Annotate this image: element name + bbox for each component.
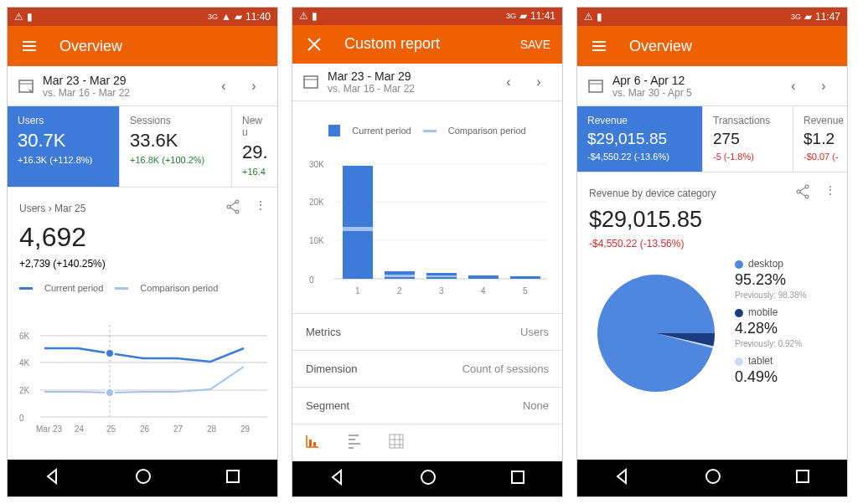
svg-point-56: [706, 470, 720, 483]
tab-revenue-per[interactable]: Revenue $1.2 -$0.07 (-: [793, 106, 848, 172]
bar-chart: 010K20K30K 12345: [309, 153, 545, 313]
recent-button[interactable]: [510, 470, 525, 488]
date-prev-button[interactable]: ‹: [499, 72, 519, 92]
breadcrumb: Users › Mar 25: [19, 203, 85, 214]
svg-rect-23: [227, 471, 239, 482]
more-icon[interactable]: ⋮: [256, 199, 266, 217]
date-prev-button[interactable]: ‹: [214, 76, 234, 96]
status-bar: ⚠▮ 3G▲▰11:40: [8, 8, 277, 26]
svg-point-53: [797, 190, 800, 193]
date-next-button[interactable]: ›: [814, 76, 834, 96]
svg-text:30K: 30K: [309, 160, 324, 169]
date-range: Apr 6 - Apr 12 vs. Mar 30 - Apr 5: [612, 74, 783, 99]
date-next-button[interactable]: ›: [244, 76, 264, 96]
date-prev-button[interactable]: ‹: [783, 76, 803, 96]
calendar-icon: [302, 74, 319, 90]
svg-rect-33: [343, 166, 373, 279]
table-icon[interactable]: [388, 433, 405, 453]
share-icon[interactable]: [225, 199, 240, 217]
svg-rect-38: [426, 275, 457, 277]
app-bar: Custom report SAVE: [292, 25, 562, 64]
svg-text:27: 27: [173, 424, 183, 434]
hamburger-icon[interactable]: [19, 36, 39, 56]
metric-tabs: Users 30.7K +16.3K (+112.8%) Sessions 33…: [8, 106, 277, 188]
pie-chart: [589, 258, 723, 392]
more-icon[interactable]: ⋮: [825, 184, 835, 202]
date-range: Mar 23 - Mar 29 vs. Mar 16 - Mar 22: [43, 74, 214, 99]
recent-button[interactable]: [795, 469, 810, 487]
metric-tabs: Revenue $29,015.85 -$4,550.22 (-13.6%) T…: [577, 106, 847, 172]
svg-rect-46: [309, 440, 312, 446]
line-chart: 02K4K6K Mar 23242526272829: [8, 308, 277, 450]
svg-point-49: [421, 471, 435, 484]
svg-text:24: 24: [75, 424, 85, 434]
legend-swatch-compare: [115, 287, 128, 290]
date-range-bar[interactable]: Apr 6 - Apr 12 vs. Mar 30 - Apr 5 ‹ ›: [577, 66, 847, 106]
tab-new-users[interactable]: New u 29. +16.4: [232, 106, 278, 187]
page-title: Overview: [59, 38, 122, 55]
svg-text:Mar 23: Mar 23: [36, 424, 63, 434]
tab-sessions[interactable]: Sessions 33.6K +16.8K (+100.2%): [120, 106, 232, 187]
status-bar: ⚠▮ 3G▰11:47: [577, 8, 847, 26]
home-button[interactable]: [419, 468, 437, 490]
tab-revenue[interactable]: Revenue $29,015.85 -$4,550.22 (-13.6%): [577, 106, 703, 172]
date-range-bar[interactable]: Mar 23 - Mar 29 vs. Mar 16 - Mar 22 ‹ ›: [292, 64, 562, 102]
horizontal-bar-icon[interactable]: [346, 433, 363, 453]
screen-overview-users: ⚠▮ 3G▲▰11:40 Overview Mar 23 - Mar 29 vs…: [7, 7, 278, 497]
svg-point-54: [805, 195, 809, 198]
signal-3g-icon: 3G: [208, 13, 218, 21]
svg-text:5: 5: [523, 286, 528, 296]
detail-section: Revenue by device category ⋮ $29,015.85 …: [577, 172, 847, 258]
back-button[interactable]: [329, 469, 346, 489]
svg-text:4: 4: [481, 286, 486, 296]
svg-point-14: [106, 388, 114, 397]
clock: 11:47: [815, 11, 840, 23]
date-range-bar[interactable]: Mar 23 - Mar 29 vs. Mar 16 - Mar 22 ‹ ›: [8, 66, 277, 106]
share-icon[interactable]: [795, 184, 810, 202]
battery-icon: ▰: [235, 11, 242, 23]
calendar-icon: [18, 78, 34, 95]
bar-chart-icon[interactable]: [304, 433, 321, 453]
svg-rect-47: [313, 442, 316, 446]
chart-legend: Current period Comparison period: [292, 115, 562, 136]
pie-chart-section: desktop 95.23% Previously: 98.38% mobile…: [577, 258, 847, 404]
date-next-button[interactable]: ›: [529, 72, 549, 92]
svg-text:4K: 4K: [19, 358, 30, 368]
battery-icon: ▰: [804, 11, 812, 23]
svg-text:0: 0: [309, 275, 314, 285]
row-metrics[interactable]: MetricsUsers: [292, 314, 562, 351]
android-navbar: [577, 460, 847, 496]
svg-rect-39: [468, 275, 499, 279]
row-dimension[interactable]: DimensionCount of sessions: [292, 351, 562, 388]
svg-text:2: 2: [397, 286, 402, 296]
close-icon[interactable]: [304, 34, 324, 54]
tab-users[interactable]: Users 30.7K +16.3K (+112.8%): [8, 106, 120, 187]
recent-button[interactable]: [225, 469, 240, 487]
svg-text:29: 29: [240, 424, 251, 434]
page-title: Overview: [629, 38, 692, 55]
svg-point-2: [227, 205, 230, 208]
row-segment[interactable]: SegmentNone: [292, 388, 562, 424]
home-button[interactable]: [704, 467, 722, 489]
svg-point-52: [805, 185, 809, 188]
clock: 11:40: [245, 11, 271, 23]
svg-text:26: 26: [140, 424, 150, 434]
signal-3g-icon: 3G: [506, 12, 516, 20]
svg-point-22: [137, 470, 150, 483]
detail-value: 4,692: [19, 222, 266, 253]
svg-rect-50: [512, 471, 524, 483]
svg-point-3: [235, 210, 239, 213]
legend-swatch-current: [19, 287, 33, 290]
home-button[interactable]: [134, 467, 152, 489]
back-button[interactable]: [614, 468, 631, 488]
svg-rect-24: [304, 76, 318, 88]
detail-section: Users › Mar 25 ⋮ 4,692 +2,739 (+140.25%)…: [8, 188, 277, 301]
hamburger-icon[interactable]: [589, 36, 609, 56]
tab-transactions[interactable]: Transactions 275 -5 (-1.8%): [703, 106, 793, 172]
sim-icon: ▮: [312, 10, 318, 22]
app-bar: Overview: [577, 26, 847, 66]
view-toggle: [292, 424, 562, 461]
svg-text:3: 3: [439, 286, 444, 296]
back-button[interactable]: [44, 468, 61, 488]
save-button[interactable]: SAVE: [520, 38, 550, 51]
